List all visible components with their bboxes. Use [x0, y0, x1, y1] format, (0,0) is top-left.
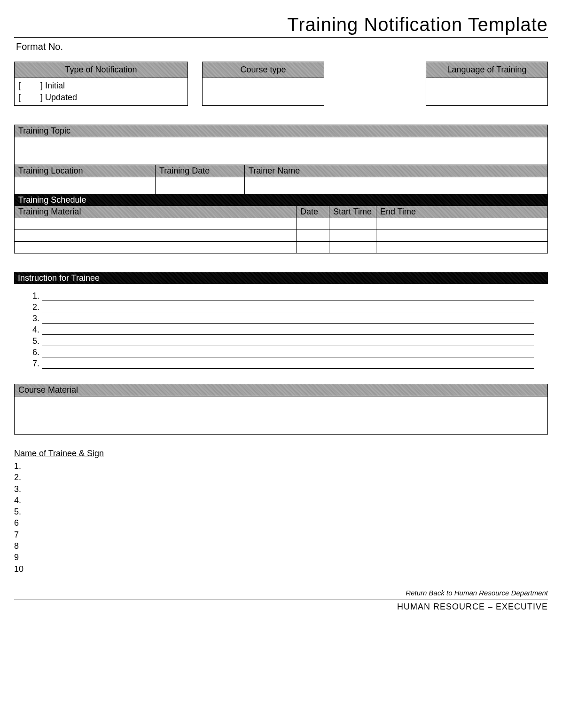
col-material-header: Training Material	[15, 206, 297, 218]
trainee-line[interactable]: 6	[14, 517, 548, 529]
instruction-trainee-header: Instruction for Trainee	[14, 272, 548, 284]
training-schedule-header: Training Schedule	[15, 194, 547, 206]
instruction-list: 1. 2. 3. 4. 5. 6. 7.	[14, 291, 548, 384]
notification-type-header: Type of Notification	[15, 62, 187, 78]
cell-date[interactable]	[297, 230, 329, 241]
trainer-name-header: Trainer Name	[245, 165, 547, 177]
training-location-field[interactable]	[15, 177, 155, 194]
instruction-number: 7.	[28, 359, 42, 369]
instruction-number: 1.	[28, 291, 42, 301]
course-type-box: Course type	[202, 62, 324, 106]
trainee-line[interactable]: 7	[14, 529, 548, 540]
instruction-field[interactable]	[42, 324, 534, 335]
trainee-line[interactable]: 4.	[14, 495, 548, 506]
footer-department: HUMAN RESOURCE – EXECUTIVE	[14, 600, 548, 612]
instruction-line[interactable]: 6.	[28, 347, 534, 357]
trainee-line[interactable]: 9	[14, 552, 548, 563]
training-topic-field[interactable]	[15, 137, 547, 165]
instruction-line[interactable]: 1.	[28, 291, 534, 301]
trainee-line[interactable]: 5.	[14, 506, 548, 517]
instruction-field[interactable]	[42, 358, 534, 369]
trainee-line[interactable]: 2.	[14, 472, 548, 483]
instruction-number: 6.	[28, 348, 42, 357]
col-date-header: Date	[297, 206, 329, 218]
instruction-line[interactable]: 2.	[28, 302, 534, 312]
training-date-field[interactable]	[156, 177, 244, 194]
training-date-header: Training Date	[156, 165, 244, 177]
notification-option-updated[interactable]: [] Updated	[18, 92, 184, 103]
instruction-field[interactable]	[42, 336, 534, 346]
schedule-row[interactable]	[15, 241, 547, 253]
course-material-box: Course Material	[14, 384, 548, 435]
instruction-field[interactable]	[42, 291, 534, 301]
instruction-line[interactable]: 7.	[28, 358, 534, 369]
schedule-row[interactable]	[15, 229, 547, 241]
instruction-line[interactable]: 4.	[28, 324, 534, 335]
col-start-header: Start Time	[329, 206, 376, 218]
trainee-line[interactable]: 3.	[14, 483, 548, 495]
instruction-number: 3.	[28, 314, 42, 324]
trainee-line[interactable]: 1.	[14, 460, 548, 472]
cell-start[interactable]	[329, 218, 376, 229]
trainee-sign-heading: Name of Trainee & Sign	[14, 449, 548, 459]
notification-type-box: Type of Notification [] Initial [] Updat…	[14, 62, 188, 106]
return-note: Return Back to Human Resource Department	[14, 589, 548, 597]
col-end-header: End Time	[376, 206, 547, 218]
schedule-columns-header: Training Material Date Start Time End Ti…	[15, 206, 547, 218]
cell-end[interactable]	[376, 230, 547, 241]
language-box: Language of Training	[426, 62, 548, 106]
option-initial-label: Initial	[45, 81, 65, 90]
top-boxes-row: Type of Notification [] Initial [] Updat…	[14, 62, 548, 106]
cell-end[interactable]	[376, 218, 547, 229]
trainee-line[interactable]: 8	[14, 540, 548, 552]
instruction-line[interactable]: 5.	[28, 336, 534, 346]
cell-date[interactable]	[297, 218, 329, 229]
trainee-sign-list: 1. 2. 3. 4. 5. 6 7 8 9 10	[14, 460, 548, 575]
main-training-table: Training Topic Training Location Trainin…	[14, 125, 548, 253]
instruction-field[interactable]	[42, 302, 534, 312]
instruction-number: 4.	[28, 325, 42, 335]
training-location-header: Training Location	[15, 165, 155, 177]
course-type-header: Course type	[203, 62, 324, 78]
instruction-field[interactable]	[42, 347, 534, 357]
language-field[interactable]	[426, 78, 547, 102]
page-title: Training Notification Template	[14, 14, 548, 38]
format-no-label: Format No.	[14, 41, 548, 52]
cell-material[interactable]	[15, 218, 297, 229]
cell-material[interactable]	[15, 242, 297, 253]
instruction-number: 2.	[28, 302, 42, 312]
cell-start[interactable]	[329, 242, 376, 253]
language-header: Language of Training	[426, 62, 547, 78]
cell-start[interactable]	[329, 230, 376, 241]
course-type-field[interactable]	[203, 78, 324, 102]
trainee-line[interactable]: 10	[14, 563, 548, 575]
notification-option-initial[interactable]: [] Initial	[18, 80, 184, 92]
training-topic-header: Training Topic	[15, 125, 547, 137]
trainer-name-field[interactable]	[245, 177, 547, 194]
notification-options: [] Initial [] Updated	[15, 78, 187, 105]
option-updated-label: Updated	[45, 93, 77, 102]
instruction-field[interactable]	[42, 313, 534, 324]
cell-end[interactable]	[376, 242, 547, 253]
instruction-number: 5.	[28, 336, 42, 346]
course-material-field[interactable]	[15, 396, 547, 434]
instruction-line[interactable]: 3.	[28, 313, 534, 324]
course-material-header: Course Material	[15, 384, 547, 396]
cell-date[interactable]	[297, 242, 329, 253]
schedule-row[interactable]	[15, 218, 547, 229]
cell-material[interactable]	[15, 230, 297, 241]
location-date-trainer-row: Training Location Training Date Trainer …	[15, 165, 547, 194]
